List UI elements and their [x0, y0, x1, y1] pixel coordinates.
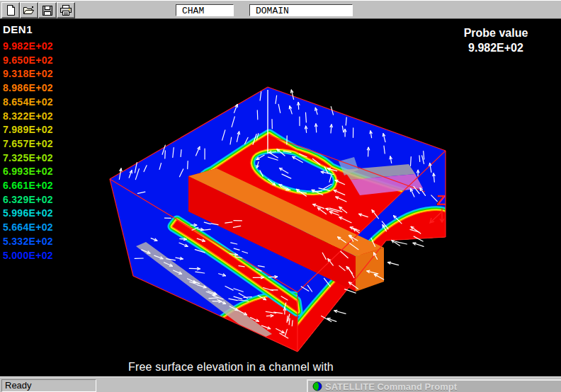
legend-entry: 7.657E+02: [3, 137, 53, 151]
svg-text:Z: Z: [436, 192, 446, 208]
legend-entry: 5.000E+02: [3, 249, 53, 263]
satellite-window-titlebar[interactable]: SATELLITE Command Prompt: [307, 379, 561, 392]
satellite-app-icon: [312, 381, 322, 391]
photon-viewer-window: { "toolbar": { "buttons": [ {"name": "ne…: [0, 0, 561, 392]
legend-entry: 6.329E+02: [3, 193, 53, 207]
probe-readout: Probe value 9.982E+02: [431, 25, 561, 55]
legend-entry: 8.986E+02: [3, 81, 53, 96]
probe-label: Probe value: [431, 25, 561, 40]
contour-legend: DEN1 9.982E+029.650E+029.318E+028.986E+0…: [3, 23, 53, 263]
probe-value: 9.982E+02: [431, 40, 561, 55]
legend-entry: 5.664E+02: [3, 221, 53, 235]
legend-entry: 7.989E+02: [3, 123, 53, 137]
satellite-window-title: SATELLITE Command Prompt: [325, 381, 457, 392]
legend-entry: 6.661E+02: [3, 179, 53, 193]
legend-entry: 9.650E+02: [3, 54, 53, 68]
legend-entry: 9.982E+02: [3, 40, 53, 54]
plot-caption: Free surface elevation in a channel with: [128, 361, 334, 374]
legend-entry: 6.993E+02: [3, 165, 53, 179]
legend-entry: 9.318E+02: [3, 67, 53, 81]
legend-entry: 8.322E+02: [3, 110, 53, 124]
legend-entry: 7.325E+02: [3, 151, 53, 166]
legend-entry: 5.996E+02: [3, 207, 53, 221]
legend-entry: 5.332E+02: [3, 235, 53, 249]
legend-title: DEN1: [3, 23, 53, 35]
legend-entries: 9.982E+029.650E+029.318E+028.986E+028.65…: [3, 40, 53, 263]
legend-entry: 8.654E+02: [3, 96, 53, 110]
render-canvas[interactable]: Z: [0, 0, 561, 392]
